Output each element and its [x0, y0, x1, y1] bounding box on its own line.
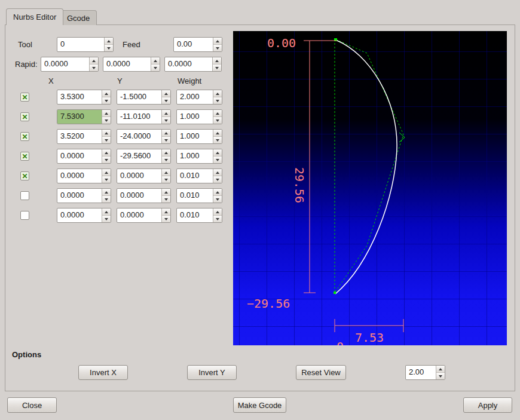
- spin-down-button[interactable]: [162, 157, 170, 163]
- spin-down-button[interactable]: [213, 157, 222, 163]
- spin-buttons[interactable]: [161, 130, 170, 143]
- spin-up-button[interactable]: [213, 130, 222, 137]
- point-y-input[interactable]: -24.0000: [117, 129, 171, 144]
- point-enabled-checkbox[interactable]: ✕: [20, 191, 29, 200]
- spin-buttons[interactable]: [213, 38, 222, 51]
- point-y-input[interactable]: 0.0000: [117, 208, 171, 223]
- spin-up-button[interactable]: [102, 169, 111, 176]
- spin-buttons[interactable]: [151, 57, 160, 71]
- spin-up-button[interactable]: [102, 189, 111, 196]
- point-enabled-checkbox[interactable]: ✕: [20, 93, 29, 102]
- spin-up-button[interactable]: [162, 169, 170, 176]
- spin-up-button[interactable]: [213, 189, 222, 196]
- spin-buttons[interactable]: [161, 189, 170, 203]
- spin-up-button[interactable]: [213, 110, 222, 117]
- spin-down-button[interactable]: [102, 176, 111, 183]
- point-y-input[interactable]: 0.0000: [117, 188, 171, 203]
- spin-down-button[interactable]: [90, 65, 98, 71]
- spin-buttons[interactable]: [213, 209, 222, 222]
- spin-up-button[interactable]: [162, 110, 170, 117]
- spin-buttons[interactable]: [89, 57, 98, 71]
- spin-up-button[interactable]: [102, 209, 111, 216]
- close-button[interactable]: Close: [7, 397, 57, 413]
- spin-up-button[interactable]: [162, 209, 170, 216]
- spin-up-button[interactable]: [213, 90, 222, 97]
- spin-down-button[interactable]: [162, 216, 170, 222]
- point-weight-input[interactable]: 2.000: [176, 90, 222, 105]
- spin-up-button[interactable]: [102, 149, 111, 157]
- point-weight-input[interactable]: 0.010: [176, 208, 222, 223]
- spin-up-button[interactable]: [102, 110, 111, 117]
- point-enabled-checkbox[interactable]: ✕: [20, 171, 29, 180]
- point-x-input[interactable]: 3.5300: [57, 90, 111, 105]
- spin-up-button[interactable]: [162, 90, 170, 97]
- point-weight-input[interactable]: 1.000: [176, 149, 222, 164]
- spin-buttons[interactable]: [213, 90, 222, 104]
- spin-up-button[interactable]: [105, 38, 113, 45]
- tab-nurbs-editor[interactable]: Nurbs Editor: [6, 8, 63, 25]
- spin-down-button[interactable]: [213, 65, 221, 71]
- spin-buttons[interactable]: [213, 149, 222, 163]
- spin-up-button[interactable]: [90, 57, 98, 65]
- spin-down-button[interactable]: [162, 196, 170, 203]
- spin-buttons[interactable]: [213, 110, 222, 124]
- point-enabled-checkbox[interactable]: ✕: [20, 152, 29, 161]
- spin-up-button[interactable]: [213, 209, 222, 216]
- tab-gcode[interactable]: Gcode: [60, 10, 97, 25]
- reset-view-button[interactable]: Reset View: [296, 365, 346, 380]
- spin-up-button[interactable]: [102, 90, 111, 97]
- spin-buttons[interactable]: [161, 90, 170, 104]
- spin-buttons[interactable]: [436, 366, 445, 379]
- spin-up-button[interactable]: [213, 38, 222, 45]
- spin-down-button[interactable]: [102, 157, 111, 163]
- spin-up-button[interactable]: [213, 149, 222, 157]
- rapid-z-input[interactable]: 0.0000: [164, 57, 222, 72]
- spin-down-button[interactable]: [213, 117, 222, 124]
- scale-input[interactable]: 2.00: [405, 365, 445, 380]
- spin-down-button[interactable]: [162, 137, 170, 143]
- spin-down-button[interactable]: [162, 117, 170, 124]
- spin-buttons[interactable]: [161, 110, 170, 124]
- nurbs-preview-plot[interactable]: 0.00 29.56 −29.56 7.53 0: [233, 31, 507, 345]
- spin-up-button[interactable]: [151, 57, 160, 65]
- point-enabled-checkbox[interactable]: ✕: [20, 211, 29, 220]
- spin-down-button[interactable]: [102, 97, 111, 104]
- spin-buttons[interactable]: [102, 189, 111, 203]
- spin-down-button[interactable]: [102, 196, 111, 203]
- spin-down-button[interactable]: [162, 176, 170, 183]
- spin-down-button[interactable]: [102, 216, 111, 222]
- spin-up-button[interactable]: [162, 130, 170, 137]
- spin-buttons[interactable]: [104, 38, 113, 51]
- spin-buttons[interactable]: [102, 90, 111, 104]
- spin-down-button[interactable]: [213, 216, 222, 222]
- spin-up-button[interactable]: [436, 366, 445, 373]
- spin-down-button[interactable]: [102, 117, 111, 124]
- rapid-x-input[interactable]: 0.0000: [41, 57, 99, 72]
- point-weight-input[interactable]: 0.010: [176, 168, 222, 183]
- spin-down-button[interactable]: [213, 196, 222, 203]
- spin-buttons[interactable]: [161, 209, 170, 222]
- feed-input[interactable]: 0.00: [173, 37, 222, 52]
- spin-up-button[interactable]: [102, 130, 111, 137]
- spin-down-button[interactable]: [102, 137, 111, 143]
- spin-buttons[interactable]: [102, 209, 111, 222]
- point-x-input[interactable]: 7.5300: [57, 109, 111, 124]
- invert-y-button[interactable]: Invert Y: [187, 365, 237, 380]
- spin-down-button[interactable]: [162, 97, 170, 104]
- point-x-input[interactable]: 3.5200: [57, 129, 111, 144]
- spin-down-button[interactable]: [213, 97, 222, 104]
- point-x-input[interactable]: 0.0000: [57, 208, 111, 223]
- rapid-y-input[interactable]: 0.0000: [103, 57, 160, 72]
- point-x-input[interactable]: 0.0000: [57, 168, 111, 183]
- point-y-input[interactable]: 0.0000: [117, 168, 171, 183]
- point-y-input[interactable]: -1.5000: [117, 90, 171, 105]
- point-enabled-checkbox[interactable]: ✕: [20, 132, 29, 141]
- apply-button[interactable]: Apply: [463, 397, 512, 413]
- point-x-input[interactable]: 0.0000: [57, 188, 111, 203]
- spin-down-button[interactable]: [151, 65, 160, 71]
- spin-down-button[interactable]: [436, 373, 445, 379]
- spin-down-button[interactable]: [213, 176, 222, 183]
- point-x-input[interactable]: 0.0000: [57, 149, 111, 164]
- spin-down-button[interactable]: [105, 45, 113, 51]
- point-weight-input[interactable]: 1.000: [176, 109, 222, 124]
